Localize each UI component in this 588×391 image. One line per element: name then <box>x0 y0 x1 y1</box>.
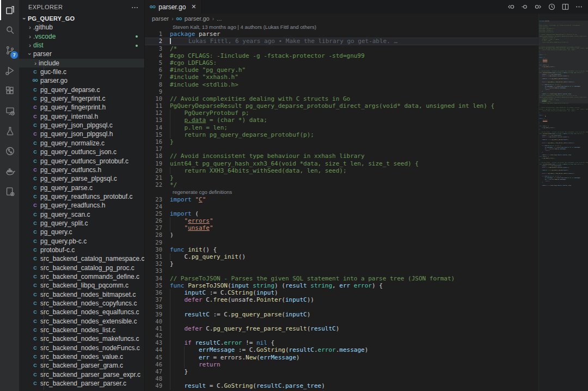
code-line-46[interactable]: 46 return <box>145 361 538 368</box>
container-tools-icon[interactable] <box>0 181 19 201</box>
code-line-43[interactable]: 43 if resultC.error != nil { <box>145 339 538 346</box>
more-actions-icon[interactable] <box>574 2 584 12</box>
sidebar-item-pg-query-parse-c[interactable]: Cpg_query_parse.c <box>19 184 144 192</box>
sidebar-item-pg-query-internal-h[interactable]: Cpg_query_internal.h <box>19 112 144 121</box>
code-line-36[interactable]: 36 inputC := C.CString(input) <box>145 289 538 296</box>
sidebar-item-src-backend-nodes-extensible-c[interactable]: Csrc_backend_nodes_extensible.c <box>19 317 144 326</box>
sidebar-item-pg-query-outfuncs-protobuf-c[interactable]: Cpg_query_outfuncs_protobuf.c <box>19 157 144 166</box>
code-line-1[interactable]: 1package parser <box>145 30 538 38</box>
sidebar-item-guc-file-c[interactable]: Cguc-file.c <box>19 68 144 76</box>
search-icon[interactable] <box>0 20 19 40</box>
sidebar-item-pg-query-parse-plpgsql-c[interactable]: Cpg_query_parse_plpgsql.c <box>19 174 144 183</box>
code-line-2[interactable]: 2Lukas Fittl, 6 years ago • Make the lib… <box>145 38 538 45</box>
split-editor-icon[interactable] <box>560 2 570 12</box>
code-line-41[interactable]: 41 defer C.pg_query_free_parse_result(re… <box>145 325 538 332</box>
code-line-33[interactable]: 33 <box>145 267 538 274</box>
sidebar-item-src-backend-parser-parser-c[interactable]: Csrc_backend_parser_parser.c <box>19 379 144 388</box>
sidebar-item-vscode[interactable]: ›.vscode <box>19 32 144 41</box>
tab-parser-go[interactable]: GO parser.go ✕ <box>145 0 202 14</box>
source-control-icon[interactable]: 7 <box>0 40 19 60</box>
sidebar-item-pg-query-scan-c[interactable]: Cpg_query_scan.c <box>19 210 144 219</box>
sidebar-item-pg-query-json-plpgsql-h[interactable]: Cpg_query_json_plpgsql.h <box>19 130 144 138</box>
sidebar-item-src-backend-catalog-pg-proc-c[interactable]: Csrc_backend_catalog_pg_proc.c <box>19 264 144 272</box>
sidebar-item-pg-query-c[interactable]: Cpg_query.c <box>19 228 144 236</box>
sidebar-item-src-backend-commands-define-c[interactable]: Csrc_backend_commands_define.c <box>19 272 144 281</box>
breadcrumb-symbol[interactable]: ... <box>217 15 222 22</box>
breadcrumb-folder[interactable]: parser <box>152 15 169 22</box>
sidebar-item-pg-query-outfuncs-json-c[interactable]: Cpg_query_outfuncs_json.c <box>19 148 144 156</box>
sidebar-item-pg-query-outfuncs-h[interactable]: Cpg_query_outfuncs.h <box>19 166 144 174</box>
sidebar-item-pg-query-deparse-c[interactable]: Cpg_query_deparse.c <box>19 85 144 94</box>
code-line-31[interactable]: 31 C.pg_query_init() <box>145 253 538 260</box>
run-and-debug-icon[interactable] <box>0 60 19 81</box>
code-line-8[interactable]: 8#include <stdlib.h> <box>145 81 538 88</box>
code-line-11[interactable]: 11PgQueryDeparseResult pg_query_deparse_… <box>145 102 538 109</box>
code-line-16[interactable]: 16} <box>145 138 538 145</box>
explorer-icon[interactable] <box>0 0 19 20</box>
code-line-48[interactable]: 48 <box>145 375 538 382</box>
sidebar-item-src-backend-parser-gram-c[interactable]: Csrc_backend_parser_gram.c <box>19 361 144 370</box>
code-line-9[interactable]: 9 <box>145 88 538 95</box>
code-line-35[interactable]: 35func ParseToJSON(input string) (result… <box>145 282 538 289</box>
code-line-25[interactable]: 25import ( <box>145 210 538 217</box>
sidebar-item-pg-query-fingerprint-c[interactable]: Cpg_query_fingerprint.c <box>19 94 144 103</box>
code-line-24[interactable]: 24 <box>145 203 538 210</box>
sidebar-item-dist[interactable]: ›dist <box>19 41 144 50</box>
code-line-7[interactable]: 7#include "xxhash.h" <box>145 74 538 81</box>
next-change-icon[interactable] <box>533 2 543 12</box>
code-line-22[interactable]: 22*/ <box>145 181 538 188</box>
sidebar-item-pg-query-json-plpgsql-c[interactable]: Cpg_query_json_plpgsql.c <box>19 121 144 130</box>
sidebar-item-pg-query-fingerprint-h[interactable]: Cpg_query_fingerprint.h <box>19 103 144 112</box>
code-line-47[interactable]: 47 } <box>145 368 538 375</box>
sidebar-item-pg-query-readfuncs-protobuf-c[interactable]: Cpg_query_readfuncs_protobuf.c <box>19 192 144 201</box>
remote-explorer-icon[interactable] <box>0 101 19 121</box>
testing-icon[interactable] <box>0 121 19 141</box>
code-line-14[interactable]: 14 p.len = len; <box>145 124 538 131</box>
breadcrumb-file[interactable]: parser.go <box>185 15 210 22</box>
more-actions-icon[interactable]: ⋯ <box>131 3 139 11</box>
sidebar-item-include[interactable]: ›include <box>19 59 144 68</box>
sidebar-item-parser[interactable]: ›parser <box>19 50 144 58</box>
sidebar-item-pg-query-pb-c-c[interactable]: Cpg_query.pb-c.c <box>19 237 144 246</box>
code-line-28[interactable]: 28) <box>145 231 538 239</box>
code-line-5[interactable]: 5#cgo LDFLAGS: <box>145 59 538 66</box>
sidebar-item-src-backend-nodes-bitmapset-c[interactable]: Csrc_backend_nodes_bitmapset.c <box>19 290 144 299</box>
sidebar-item-src-backend-libpq-pqcomm-c[interactable]: Csrc_backend_libpq_pqcomm.c <box>19 281 144 290</box>
extensions-icon[interactable] <box>0 81 19 101</box>
code-line-15[interactable]: 15 return pg_query_deparse_protobuf(p); <box>145 131 538 138</box>
code-line-13[interactable]: 13 p.data = (char *) data; <box>145 117 538 124</box>
sidebar-item-src-backend-nodes-makefuncs-c[interactable]: Csrc_backend_nodes_makefuncs.c <box>19 334 144 343</box>
code-line-34[interactable]: 34// ParseToJSON - Parses the given SQL … <box>145 275 538 282</box>
file-history-icon[interactable] <box>547 2 556 12</box>
code-line-45[interactable]: 45 err = errors.New(errMessage) <box>145 354 538 361</box>
sidebar-item-pg-query-normalize-c[interactable]: Cpg_query_normalize.c <box>19 139 144 148</box>
code-line-10[interactable]: 10// Avoid complexities dealing with C s… <box>145 95 538 102</box>
code-line-42[interactable]: 42 <box>145 332 538 339</box>
docker-icon[interactable] <box>0 161 19 181</box>
codelens[interactable]: Steven Kalt, 13 months ago | 4 authors (… <box>145 23 538 30</box>
code-line-19[interactable]: 19uint64_t pg_query_hash_xxh3_64(void *d… <box>145 160 538 167</box>
sidebar-item-protobuf-c-c[interactable]: Cprotobuf-c.c <box>19 246 144 254</box>
previous-change-icon[interactable] <box>506 2 516 12</box>
code-line-17[interactable]: 17 <box>145 145 538 152</box>
code-line-49[interactable]: 49 result = C.GoString(resultC.parse_tre… <box>145 382 538 389</box>
codelens[interactable]: regenerate cgo definitions <box>145 188 538 196</box>
code-line-27[interactable]: 27 "unsafe" <box>145 224 538 231</box>
code-editor[interactable]: Steven Kalt, 13 months ago | 4 authors (… <box>145 23 538 391</box>
code-line-23[interactable]: 23import "C" <box>145 196 538 203</box>
sidebar-item-parser-go[interactable]: GOparser.go <box>19 76 144 85</box>
code-line-29[interactable]: 29 <box>145 239 538 246</box>
sidebar-item-src-backend-parser-parse-expr-c[interactable]: Csrc_backend_parser_parse_expr.c <box>19 370 144 379</box>
code-line-3[interactable]: 3/* <box>145 45 538 52</box>
sidebar-item-src-backend-nodes-list-c[interactable]: Csrc_backend_nodes_list.c <box>19 326 144 334</box>
minimap[interactable]: package parser/*#cgo CFLAGS: -Iinclude -… <box>538 14 588 391</box>
code-line-39[interactable]: 39 resultC := C.pg_query_parse(inputC) <box>145 311 538 318</box>
code-line-30[interactable]: 30func init() { <box>145 246 538 253</box>
code-line-4[interactable]: 4#cgo CFLAGS: -Iinclude -g -fstack-prote… <box>145 52 538 59</box>
code-line-32[interactable]: 32} <box>145 260 538 267</box>
code-line-40[interactable]: 40 <box>145 318 538 325</box>
sidebar-item-src-backend-catalog-namespace-c[interactable]: Csrc_backend_catalog_namespace.c <box>19 254 144 263</box>
code-line-20[interactable]: 20 return XXH3_64bits_withSeed(data, len… <box>145 167 538 174</box>
code-line-6[interactable]: 6#include "pg_query.h" <box>145 66 538 74</box>
code-line-44[interactable]: 44 errMessage := C.GoString(resultC.erro… <box>145 346 538 353</box>
